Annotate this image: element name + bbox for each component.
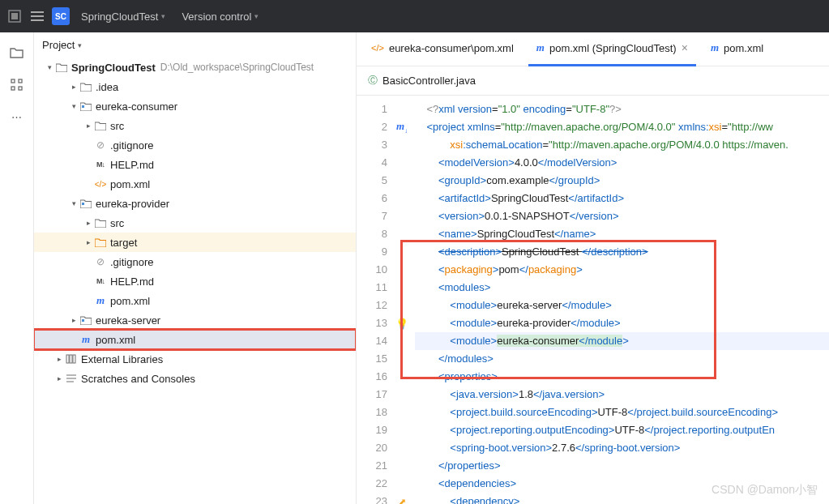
tree-label: eureka-server xyxy=(96,314,160,327)
tree-item[interactable]: ▸.idea xyxy=(34,77,356,96)
vcs-dropdown[interactable]: Version control▾ xyxy=(177,7,263,26)
code-line[interactable]: <name>SpringCloudTest</name> xyxy=(415,225,829,243)
code-line[interactable]: <spring-boot.version>2.7.6</spring-boot.… xyxy=(415,439,829,457)
twisty-icon[interactable]: ▾ xyxy=(68,199,79,207)
tree-label: HELP.md xyxy=(110,275,154,288)
code-line[interactable]: <module>eureka-provider</module> xyxy=(415,314,829,332)
editor-tab[interactable]: </>eureka-consumer\pom.xml xyxy=(363,32,522,66)
folder-icon xyxy=(94,120,107,131)
code-line[interactable]: <module>eureka-server</module> xyxy=(415,297,829,314)
code-line[interactable]: <properties> xyxy=(415,368,829,386)
code-line[interactable]: <project xmlns="http://maven.apache.org/… xyxy=(415,118,829,136)
gitignore-icon: ⊘ xyxy=(94,139,107,151)
project-name-dropdown[interactable]: SpringCloudTest▾ xyxy=(76,7,170,26)
editor-tab[interactable]: mpom.xml xyxy=(703,32,771,66)
structure-tool-icon[interactable] xyxy=(9,76,25,92)
project-header[interactable]: Project▾ xyxy=(34,32,356,58)
code-line[interactable]: <description>SpringCloudTest </descripti… xyxy=(415,243,829,261)
tree-item[interactable]: ▸Scratches and Consoles xyxy=(34,369,356,388)
project-badge[interactable]: SC xyxy=(52,7,70,25)
chevron-down-icon: ▾ xyxy=(78,41,82,49)
line-number: 23 xyxy=(357,493,387,504)
maven-icon: m xyxy=(79,334,92,345)
tree-item[interactable]: ▸External Libraries xyxy=(34,349,356,369)
editor-tabs: </>eureka-consumer\pom.xmlmpom.xml (Spri… xyxy=(357,32,829,66)
code-area[interactable]: 1234567891011121314151617181920212223 m↓… xyxy=(357,96,829,504)
code-line[interactable]: <version>0.0.1-SNAPSHOT</version> xyxy=(415,207,829,225)
tree-label: HELP.md xyxy=(110,159,154,171)
line-number: 10 xyxy=(357,261,387,279)
svg-rect-9 xyxy=(82,105,84,108)
code-line[interactable]: <java.version>1.8</java.version> xyxy=(415,386,829,404)
code-line[interactable]: <module>eureka-consumer</module> xyxy=(415,332,829,350)
svg-rect-7 xyxy=(11,87,15,90)
tree-item[interactable]: ▸mpom.xml xyxy=(34,330,356,349)
more-tool-icon[interactable]: ⋯ xyxy=(9,109,25,125)
line-number: 5 xyxy=(357,172,387,190)
tree-label: pom.xml xyxy=(110,295,150,307)
tree-item[interactable]: ▸src xyxy=(34,116,356,135)
gitignore-icon: ⊘ xyxy=(94,256,107,267)
line-number: 9 xyxy=(357,243,387,261)
menu-icon[interactable] xyxy=(29,8,45,24)
tree-label: eureka-provider xyxy=(96,198,169,210)
line-number: 16 xyxy=(357,368,387,386)
code-line[interactable]: <?xml version="1.0" encoding="UTF-8"?> xyxy=(415,100,829,118)
tree-item[interactable]: ▸target xyxy=(34,233,356,252)
code-line[interactable]: <modules> xyxy=(415,279,829,297)
tree-item[interactable]: ▸mpom.xml xyxy=(34,291,356,310)
twisty-icon[interactable]: ▸ xyxy=(68,316,79,324)
line-number: 7 xyxy=(357,207,387,225)
twisty-icon[interactable]: ▸ xyxy=(68,83,79,91)
tree-item[interactable]: ▸eureka-server xyxy=(34,310,356,330)
code-line[interactable]: <modelVersion>4.0.0</modelVersion> xyxy=(415,154,829,172)
twisty-icon[interactable]: ▸ xyxy=(83,219,94,227)
project-tool-icon[interactable] xyxy=(9,44,25,60)
tree-item[interactable]: ▸⊘.gitignore xyxy=(34,252,356,271)
tree-label: pom.xml xyxy=(110,178,150,190)
code-content[interactable]: <?xml version="1.0" encoding="UTF-8"?> <… xyxy=(410,96,829,504)
code-line[interactable]: xsi:schemaLocation="http://maven.apache.… xyxy=(415,136,829,154)
tree-item[interactable]: ▸</>pom.xml xyxy=(34,174,356,194)
line-number: 4 xyxy=(357,154,387,172)
tree-item[interactable]: ▸⊘.gitignore xyxy=(34,135,356,155)
project-tree: ▾ SpringCloudTest D:\Old_workspace\Sprin… xyxy=(34,58,356,388)
code-line[interactable]: <project.reporting.outputEncoding>UTF-8<… xyxy=(415,421,829,439)
twisty-icon[interactable]: ▸ xyxy=(53,374,65,382)
svg-rect-8 xyxy=(19,87,22,90)
code-line[interactable]: <packaging>pom</packaging> xyxy=(415,261,829,279)
twisty-icon[interactable]: ▾ xyxy=(68,102,79,110)
watermark: CSDN @Damon小智 xyxy=(711,483,818,498)
svg-rect-6 xyxy=(19,79,22,83)
code-line[interactable]: <project.build.sourceEncoding>UTF-8</pro… xyxy=(415,404,829,421)
twisty-icon[interactable]: ▸ xyxy=(53,355,65,363)
twisty-icon[interactable]: ▸ xyxy=(83,122,94,130)
module-icon xyxy=(79,198,92,209)
tree-root[interactable]: ▾ SpringCloudTest D:\Old_workspace\Sprin… xyxy=(34,58,356,77)
code-line[interactable]: </modules> xyxy=(415,350,829,368)
tab-label: pom.xml xyxy=(724,42,763,54)
module-icon xyxy=(55,62,68,73)
tree-path: D:\Old_workspace\SpringCloudTest xyxy=(160,62,314,73)
tree-item[interactable]: ▾eureka-consumer xyxy=(34,96,356,116)
close-icon[interactable]: × xyxy=(682,41,688,54)
tree-item[interactable]: ▸M↓HELP.md xyxy=(34,271,356,291)
tree-item[interactable]: ▸M↓HELP.md xyxy=(34,155,356,174)
code-line[interactable]: <groupId>com.example</groupId> xyxy=(415,172,829,190)
twisty-icon[interactable]: ▾ xyxy=(44,63,55,71)
line-number: 13 xyxy=(357,314,387,332)
tree-item[interactable]: ▸src xyxy=(34,213,356,233)
code-line[interactable]: </properties> xyxy=(415,457,829,475)
editor-tab[interactable]: mpom.xml (SpringCloudTest)× xyxy=(528,32,696,66)
code-line[interactable]: <artifactId>SpringCloudTest</artifactId> xyxy=(415,190,829,207)
twisty-icon[interactable]: ▸ xyxy=(83,238,94,246)
breadcrumb-bar[interactable]: Ⓒ BasicController.java xyxy=(357,66,829,96)
app-icon xyxy=(6,8,23,24)
maven-gutter-icon: m↓ xyxy=(396,120,408,135)
svg-rect-11 xyxy=(82,319,84,322)
tree-item[interactable]: ▾eureka-provider xyxy=(34,194,356,213)
bulb-icon: 💡 xyxy=(395,318,408,330)
tab-label: eureka-consumer\pom.xml xyxy=(389,42,514,54)
line-number: 12 xyxy=(357,297,387,314)
svg-rect-12 xyxy=(66,355,69,363)
